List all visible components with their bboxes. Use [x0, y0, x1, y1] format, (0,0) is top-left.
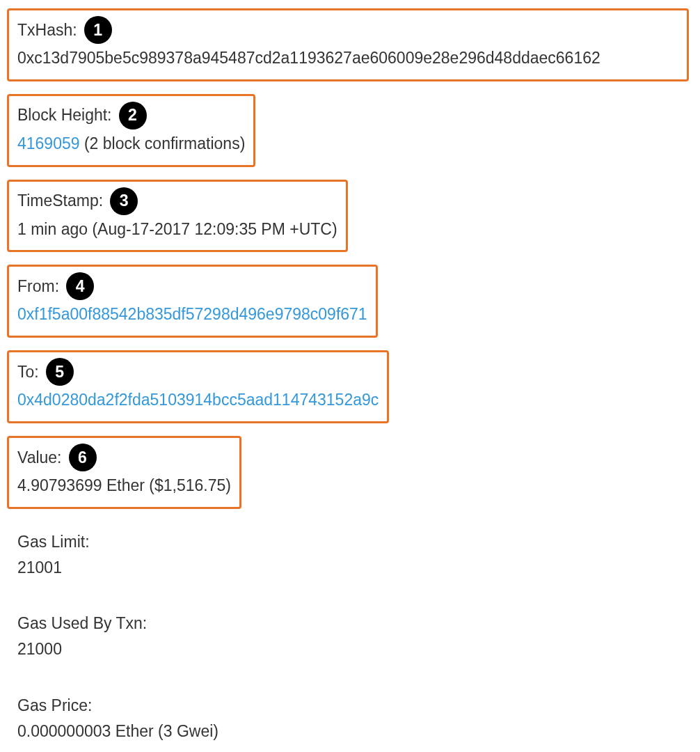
- from-field: From: 4 0xf1f5a00f88542b835df57298d496e9…: [7, 265, 378, 338]
- block-height-label: Block Height:: [17, 102, 112, 128]
- block-height-link[interactable]: 4169059: [17, 134, 80, 152]
- annotation-badge-1: 1: [84, 16, 112, 44]
- txhash-value: 0xc13d7905be5c989378a945487cd2a1193627ae…: [17, 45, 678, 71]
- gas-price-field: Gas Price: 0.000000003 Ether (3 Gwei): [7, 685, 229, 752]
- annotation-badge-4: 4: [66, 272, 94, 300]
- gas-price-label: Gas Price:: [17, 693, 218, 719]
- annotation-badge-2: 2: [119, 102, 147, 130]
- value-field: Value: 6 4.90793699 Ether ($1,516.75): [7, 436, 241, 509]
- gas-price-value: 0.000000003 Ether (3 Gwei): [17, 719, 218, 744]
- block-confirmations: (2 block confirmations): [84, 134, 245, 152]
- txhash-field: TxHash: 1 0xc13d7905be5c989378a945487cd2…: [7, 8, 689, 81]
- annotation-badge-3: 3: [110, 187, 138, 215]
- timestamp-label: TimeStamp:: [17, 188, 103, 214]
- gas-used-field: Gas Used By Txn: 21000: [7, 603, 157, 673]
- block-height-field: Block Height: 2 4169059 (2 block confirm…: [7, 94, 255, 167]
- to-field: To: 5 0x4d0280da2f2fda5103914bcc5aad1147…: [7, 350, 389, 423]
- gas-limit-value: 21001: [17, 555, 90, 581]
- gas-used-label: Gas Used By Txn:: [17, 611, 147, 636]
- gas-limit-label: Gas Limit:: [17, 529, 90, 555]
- annotation-badge-5: 5: [46, 358, 74, 386]
- to-label: To:: [17, 359, 39, 385]
- gas-used-value: 21000: [17, 636, 147, 662]
- from-label: From:: [17, 274, 59, 299]
- annotation-badge-6: 6: [69, 444, 97, 471]
- from-address-link[interactable]: 0xf1f5a00f88542b835df57298d496e9798c09f6…: [17, 305, 367, 323]
- to-address-link[interactable]: 0x4d0280da2f2fda5103914bcc5aad114743152a…: [17, 391, 379, 409]
- txhash-label: TxHash:: [17, 17, 77, 43]
- value-label: Value:: [17, 445, 62, 471]
- gas-limit-field: Gas Limit: 21001: [7, 522, 100, 591]
- timestamp-value: 1 min ago (Aug-17-2017 12:09:35 PM +UTC): [17, 217, 337, 242]
- value-amount: 4.90793699 Ether ($1,516.75): [17, 473, 231, 499]
- timestamp-field: TimeStamp: 3 1 min ago (Aug-17-2017 12:0…: [7, 180, 348, 253]
